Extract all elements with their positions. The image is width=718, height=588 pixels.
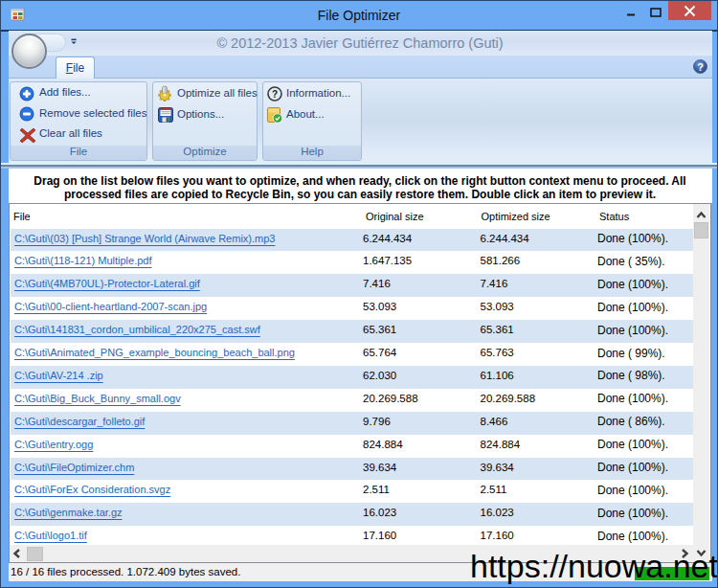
- svg-text:?: ?: [272, 89, 278, 100]
- svg-text:?: ?: [697, 61, 704, 73]
